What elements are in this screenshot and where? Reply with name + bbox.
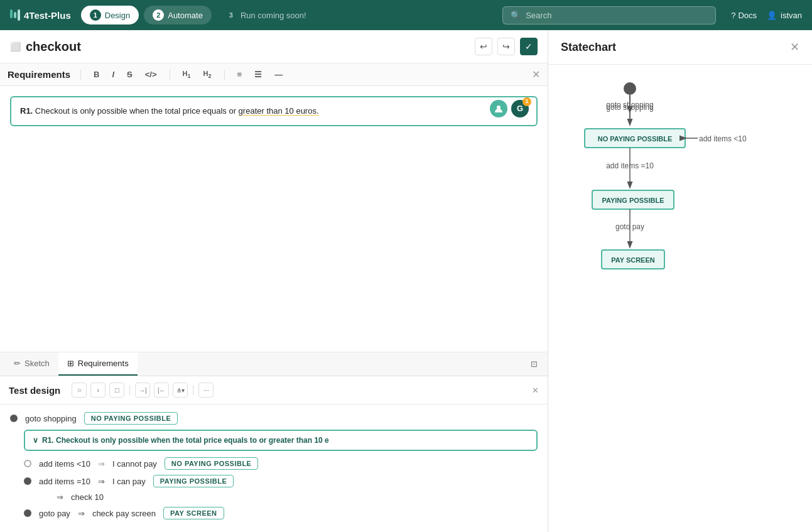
req-highlight: greater than 10 euros. bbox=[239, 106, 319, 116]
avatars: G 1 bbox=[490, 100, 529, 117]
search-bar[interactable]: 🔍 Search bbox=[502, 6, 716, 24]
sub2-label: add items =10 bbox=[39, 477, 90, 486]
sub-step-3: ⇒ check 10 bbox=[24, 492, 538, 502]
toolbar-bold[interactable]: B bbox=[91, 68, 102, 80]
req-text: Checkout is only possible when the total… bbox=[35, 106, 239, 116]
toolbar-hr[interactable]: — bbox=[272, 68, 285, 80]
bottom-tabs: ✏ Sketch ⊞ Requirements ⊡ bbox=[0, 352, 548, 376]
sub-step-4: goto pay ⇒ check pay screen PAY SCREEN bbox=[24, 507, 538, 519]
avatar-teal bbox=[490, 100, 507, 117]
td-tool-arrow[interactable]: › bbox=[90, 383, 106, 398]
req-chevron-icon: ∨ bbox=[33, 436, 38, 445]
toolbar-sep-1 bbox=[80, 70, 81, 80]
td-sep-1 bbox=[129, 385, 130, 395]
step1-label: goto shopping bbox=[25, 414, 77, 423]
sub1-state: NO PAYING POSSIBLE bbox=[165, 457, 259, 470]
step1-state: NO PAYING POSSIBLE bbox=[84, 412, 178, 425]
tab-run: 3 Run coming soon! bbox=[217, 6, 315, 24]
td-tool-more[interactable]: ··· bbox=[198, 383, 214, 398]
td-tool-branch[interactable]: ⋔▾ bbox=[173, 383, 188, 398]
search-placeholder: Search bbox=[526, 11, 551, 20]
td-tool-step-in[interactable]: →| bbox=[135, 383, 150, 398]
toolbar-bullet[interactable]: ≡ bbox=[235, 68, 245, 80]
requirements-editor: Requirements B I S </> H1 H2 ≡ ☰ — ✕ R1.… bbox=[0, 63, 548, 532]
sub2-state: PAYING POSSIBLE bbox=[153, 475, 234, 487]
avatar-grammarly: G 1 bbox=[511, 100, 529, 117]
sub3-arrow-icon: ⇒ bbox=[57, 492, 63, 502]
tab-design[interactable]: 1 Design bbox=[81, 6, 139, 24]
tab-run-label: Run coming soon! bbox=[241, 11, 306, 20]
avatar-badge: 1 bbox=[522, 97, 531, 106]
test-content: goto shopping NO PAYING POSSIBLE ∨ R1. C… bbox=[0, 404, 548, 532]
toolbar-h1[interactable]: H1 bbox=[180, 68, 193, 80]
docs-label: Docs bbox=[738, 11, 757, 20]
docs-link[interactable]: ? Docs bbox=[731, 11, 757, 20]
sub3-action: check 10 bbox=[71, 492, 104, 502]
expand-button[interactable]: ⊡ bbox=[526, 354, 543, 374]
toolbar-code[interactable]: </> bbox=[143, 68, 160, 80]
sub-step-1: add items <10 ⇒ I cannot pay NO PAYING P… bbox=[24, 457, 538, 470]
td-close-button[interactable]: ✕ bbox=[532, 386, 539, 395]
user-menu[interactable]: 👤 istvan bbox=[767, 11, 802, 20]
td-tool-circle[interactable]: ○ bbox=[72, 383, 87, 398]
sub1-action: I cannot pay bbox=[112, 459, 157, 469]
confirm-button[interactable]: ✓ bbox=[520, 38, 538, 55]
req-content: R1. Checkout is only possible when the t… bbox=[0, 86, 548, 352]
tab-requirements-label: Requirements bbox=[78, 359, 129, 368]
page-icon: ⬜ bbox=[10, 41, 21, 52]
tab-design-label: Design bbox=[105, 11, 130, 20]
statechart-close-button[interactable]: ✕ bbox=[790, 40, 799, 54]
sub1-dot bbox=[24, 460, 31, 467]
toolbar-sep-3 bbox=[224, 70, 225, 80]
td-tool-step-out[interactable]: |← bbox=[154, 383, 169, 398]
left-panel: ⬜ checkout ↩ ↪ ✓ Requirements B I S </> … bbox=[0, 30, 548, 532]
toolbar-h2[interactable]: H2 bbox=[201, 68, 214, 80]
sketch-icon: ✏ bbox=[14, 359, 21, 368]
tab-design-num: 1 bbox=[90, 9, 101, 21]
sub4-state: PAY SCREEN bbox=[163, 507, 224, 519]
step1-dot bbox=[10, 415, 18, 422]
requirements-icon: ⊞ bbox=[67, 359, 74, 368]
page-title: checkout bbox=[26, 40, 81, 54]
statechart-svg: goto shopping goto shopping bbox=[561, 71, 799, 341]
logo-icon bbox=[10, 9, 20, 21]
logo-text: 4Test-Plus bbox=[24, 10, 71, 21]
sub1-arrow-icon: ⇒ bbox=[98, 459, 105, 469]
req-toolbar: Requirements B I S </> H1 H2 ≡ ☰ — ✕ bbox=[0, 63, 548, 86]
svg-text:NO PAYING POSSIBLE: NO PAYING POSSIBLE bbox=[598, 135, 673, 143]
toolbar-italic[interactable]: I bbox=[109, 68, 117, 80]
search-icon: 🔍 bbox=[511, 11, 521, 20]
tab-sketch[interactable]: ✏ Sketch bbox=[5, 352, 58, 376]
toolbar-sep-2 bbox=[170, 70, 170, 80]
svg-text:PAYING POSSIBLE: PAYING POSSIBLE bbox=[602, 197, 664, 204]
req-row-text: R1. Checkout is only possible when the t… bbox=[42, 436, 329, 445]
td-tool-rect[interactable]: □ bbox=[109, 383, 124, 398]
sub4-action: check pay screen bbox=[92, 509, 156, 518]
req-expand-row[interactable]: ∨ R1. Checkout is only possible when the… bbox=[24, 430, 538, 451]
statechart-title: Statechart bbox=[561, 41, 616, 54]
statechart-canvas: goto shopping goto shopping bbox=[548, 65, 812, 532]
req-close-button[interactable]: ✕ bbox=[532, 68, 540, 80]
undo-button[interactable]: ↩ bbox=[475, 38, 492, 55]
req-label: R1. bbox=[20, 106, 33, 116]
tab-run-num: 3 bbox=[225, 9, 237, 21]
tab-automate[interactable]: 2 Automate bbox=[144, 6, 212, 24]
sub1-label: add items <10 bbox=[39, 459, 90, 469]
redo-button[interactable]: ↪ bbox=[497, 38, 515, 55]
app-logo[interactable]: 4Test-Plus bbox=[10, 9, 71, 21]
toolbar-numbered[interactable]: ☰ bbox=[252, 68, 264, 80]
toolbar-strike[interactable]: S bbox=[124, 68, 135, 80]
test-step-1: goto shopping NO PAYING POSSIBLE bbox=[10, 412, 538, 425]
sub4-label: goto pay bbox=[39, 509, 70, 518]
tab-requirements[interactable]: ⊞ Requirements bbox=[58, 352, 138, 376]
main-layout: ⬜ checkout ↩ ↪ ✓ Requirements B I S </> … bbox=[0, 30, 812, 532]
docs-question-icon: ? bbox=[731, 11, 735, 20]
user-label: istvan bbox=[781, 11, 802, 20]
td-title: Test design bbox=[9, 385, 60, 396]
svg-text:PAY SCREEN: PAY SCREEN bbox=[611, 256, 655, 264]
td-sep-2 bbox=[193, 385, 193, 395]
sub4-dot bbox=[24, 509, 31, 517]
req-text-box[interactable]: R1. Checkout is only possible when the t… bbox=[10, 96, 538, 126]
svg-text:add items <10: add items <10 bbox=[699, 134, 747, 143]
sub2-arrow-icon: ⇒ bbox=[98, 477, 105, 486]
